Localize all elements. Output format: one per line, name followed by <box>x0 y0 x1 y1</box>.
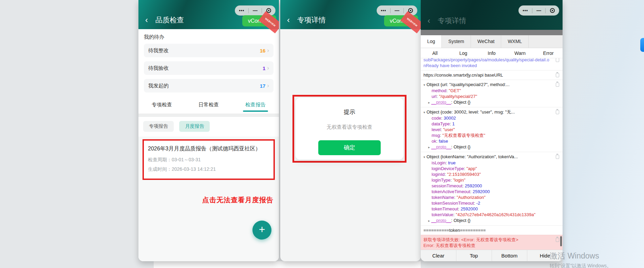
todo-item-rectify[interactable]: 待我整改 16 › <box>144 44 273 57</box>
vconsole-tab-system[interactable]: System <box>442 35 471 48</box>
copy-icon[interactable] <box>556 83 559 87</box>
report-type-pills: 专项报告 月度报告 <box>138 117 279 137</box>
add-button[interactable]: + <box>252 221 271 240</box>
clear-button[interactable]: Clear <box>421 250 456 261</box>
copy-icon[interactable] <box>556 73 559 77</box>
section-divider <box>138 114 279 117</box>
confirm-button[interactable]: 确定 <box>318 140 381 155</box>
proto-row[interactable]: __proto__: Object {} <box>423 218 550 224</box>
inspection-tabs: 专项检查 日常检查 检查报告 <box>138 98 279 114</box>
quality-header: ‹ 品质检查 ••• — vConsole WEBVIEW <box>138 0 279 29</box>
dialog-message: 无权查看该专项检查 <box>296 124 403 130</box>
special-detail-header: ‹ 专项详情 ••• — vConsole WEBVIEW <box>280 0 421 29</box>
report-title: 2026年3月月度品质报告（测试德玛西亚社区） <box>148 145 269 152</box>
tab-inspection-report[interactable]: 检查报告 <box>232 98 279 114</box>
proto-row[interactable]: __proto__: Object {} <box>423 144 550 150</box>
vconsole-tab-log[interactable]: Log <box>421 35 442 48</box>
todo-count-badge: 16 <box>260 48 266 54</box>
todo-section-title: 我的待办 <box>144 34 273 40</box>
copy-icon[interactable] <box>556 238 559 242</box>
vconsole-button[interactable]: vConsole WEBVIEW <box>242 15 276 26</box>
log-entry-token-object: Object {tokenName: "Authorization", toke… <box>421 152 563 226</box>
vconsole-tab-wxml[interactable]: WXML <box>501 35 529 48</box>
filter-info[interactable]: Info <box>477 50 506 56</box>
dimmed-page-strip <box>421 30 563 35</box>
todo-label: 待我验收 <box>148 65 263 71</box>
pill-special-report[interactable]: 专项报告 <box>143 121 174 132</box>
todo-item-accept[interactable]: 待我验收 1 › <box>144 61 273 75</box>
dialog-title: 提示 <box>296 108 403 116</box>
scrollbar-thumb[interactable] <box>560 236 562 246</box>
watermark-line1: 激活 Windows <box>550 251 611 261</box>
more-icon[interactable]: ••• <box>235 8 248 13</box>
close-icon[interactable] <box>404 8 417 13</box>
watermark-line2: 转到“设置”以激活 Windows。 <box>550 263 611 268</box>
log-entry-token-separator: ==========token========== <box>421 226 563 235</box>
annotation-box-report: 2026年3月月度品质报告（测试德玛西亚社区） 检查周期：03-01～03-31… <box>143 139 275 180</box>
log-list[interactable]: subPackages/property/pages/oa/modules/qu… <box>421 58 563 250</box>
log-entry-nav: subPackages/property/pages/oa/modules/qu… <box>421 58 563 70</box>
chevron-right-icon: › <box>267 65 269 71</box>
log-entry-request-object: Object {url: "/quality/special/27", meth… <box>421 80 563 107</box>
minimize-icon[interactable]: — <box>391 8 404 13</box>
pill-monthly-report[interactable]: 月度报告 <box>179 121 210 132</box>
tab-special-inspection[interactable]: 专项检查 <box>138 98 185 114</box>
close-icon[interactable] <box>262 8 275 13</box>
bottom-button[interactable]: Bottom <box>492 250 527 261</box>
todo-item-initiated[interactable]: 我发起的 17 › <box>144 79 273 92</box>
window-behind-strip <box>154 261 421 268</box>
todo-label: 待我整改 <box>148 47 260 54</box>
copy-icon[interactable] <box>556 58 559 62</box>
back-icon[interactable]: ‹ <box>145 16 148 24</box>
vconsole-footer: Clear Top Bottom Hide <box>421 250 563 261</box>
copy-icon[interactable] <box>556 110 559 114</box>
minimize-icon[interactable]: — <box>249 8 262 13</box>
vconsole-tabbar: Log System WeChat WXML <box>421 35 563 48</box>
quality-inspection-window: ‹ 品质检查 ••• — vConsole WEBVIEW 我的待办 待我整改 … <box>138 0 279 261</box>
copy-icon[interactable] <box>556 155 559 159</box>
object-header[interactable]: Object {tokenName: "Authorization", toke… <box>423 154 550 160</box>
page-title: 专项详情 <box>297 15 326 25</box>
top-button[interactable]: Top <box>456 250 492 261</box>
special-detail-window: ‹ 专项详情 ••• — vConsole WEBVIEW 提示 无权查看该专项… <box>280 0 421 261</box>
report-card[interactable]: 2026年3月月度品质报告（测试德玛西亚社区） 检查周期：03-01～03-31… <box>146 145 271 172</box>
tab-daily-inspection[interactable]: 日常检查 <box>185 98 232 114</box>
log-entry-error: 获取专项详情失败: <Error: 无权查看该专项检查> Error: 无权查看… <box>421 235 563 250</box>
proto-row[interactable]: __proto__: Object {} <box>423 99 550 105</box>
page-title: 品质检查 <box>155 15 184 25</box>
annotation-box-modal: 提示 无权查看该专项检查 确定 <box>292 95 406 163</box>
special-detail-window-dimmed: ‹ 专项详情 ••• — Log System WeChat WXML All … <box>421 0 563 261</box>
vconsole-panel: Log System WeChat WXML All Log Info Warn… <box>421 35 563 261</box>
object-header[interactable]: Object {code: 30002, level: "user", msg:… <box>423 109 550 115</box>
back-icon[interactable]: ‹ <box>287 16 290 24</box>
report-generated-time: 生成时间：2026-03-13 14:12:21 <box>148 166 269 172</box>
tabbar-filler <box>529 35 563 48</box>
filter-warn[interactable]: Warn <box>506 50 534 56</box>
miniprogram-capsule: ••• — <box>518 5 559 16</box>
vconsole-tab-wechat[interactable]: WeChat <box>471 35 501 48</box>
annotation-text: 点击无法查看月度报告 <box>138 195 279 205</box>
dimmed-header: ‹ 专项详情 ••• — <box>421 0 563 30</box>
filter-log[interactable]: Log <box>449 50 478 56</box>
more-icon[interactable]: ••• <box>377 8 390 13</box>
todo-count-badge: 1 <box>263 65 265 71</box>
more-icon[interactable]: ••• <box>519 8 532 13</box>
minimize-icon[interactable]: — <box>532 8 546 13</box>
object-header[interactable]: Object {url: "/quality/special/27", meth… <box>423 82 550 88</box>
edge-sidebar-handle[interactable] <box>640 38 644 52</box>
log-filterbar: All Log Info Warn Error <box>421 48 563 58</box>
report-section: 专项报告 月度报告 2026年3月月度品质报告（测试德玛西亚社区） 检查周期：0… <box>138 117 279 261</box>
page-title: 专项详情 <box>438 16 466 25</box>
alert-dialog: 提示 无权查看该专项检查 确定 <box>296 98 403 160</box>
vconsole-button[interactable]: vConsole WEBVIEW <box>384 15 418 26</box>
filter-all[interactable]: All <box>421 50 449 56</box>
back-icon[interactable]: ‹ <box>428 17 430 25</box>
close-icon[interactable] <box>546 8 559 13</box>
windows-activation-watermark: 激活 Windows 转到“设置”以激活 Windows。 <box>550 251 611 268</box>
todo-label: 我发起的 <box>148 83 260 89</box>
chevron-right-icon: › <box>267 82 269 89</box>
filter-error[interactable]: Error <box>534 50 563 56</box>
chevron-right-icon: › <box>267 47 269 54</box>
desktop-background <box>563 0 644 268</box>
log-entry-baseurl: https://console.smartxfjy.cn/api baseURL <box>421 70 563 80</box>
